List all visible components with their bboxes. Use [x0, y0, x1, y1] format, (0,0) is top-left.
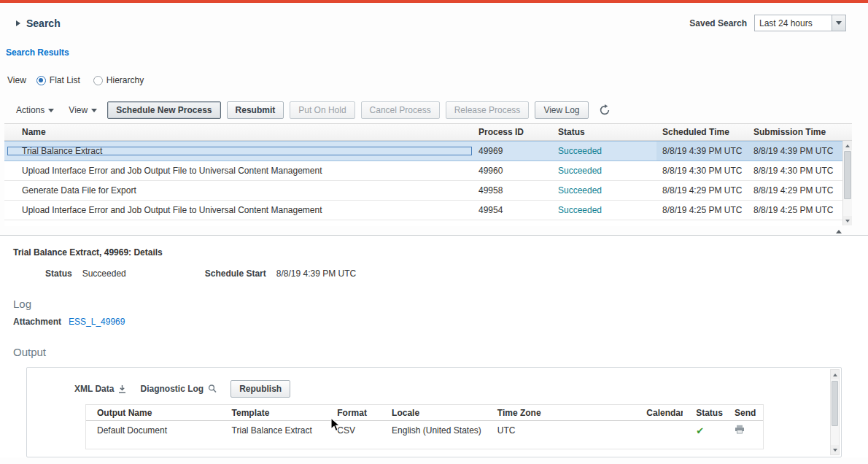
output-col-output-name: Output Name	[86, 408, 221, 418]
chevron-down-icon	[48, 109, 54, 112]
log-section-heading: Log	[13, 298, 868, 310]
republish-button[interactable]: Republish	[230, 380, 290, 398]
output-col-locale: Locale	[381, 408, 487, 418]
saved-search-select[interactable]: Last 24 hours	[754, 15, 846, 31]
cell-process-id: 49954	[474, 205, 553, 215]
details-title: Trial Balance Extract, 49969: Details	[13, 247, 868, 258]
scroll-down-icon	[833, 449, 837, 452]
scrollbar-thumb[interactable]	[844, 151, 851, 199]
column-header-scheduled-time[interactable]: Scheduled Time	[656, 127, 750, 137]
cell-scheduled-time: 8/8/19 4:30 PM UTC	[656, 166, 750, 176]
xml-data-label[interactable]: XML Data	[74, 384, 114, 394]
cell-time-zone: UTC	[487, 425, 636, 436]
column-header-submission-time[interactable]: Submission Time	[750, 127, 852, 137]
resubmit-button[interactable]: Resubmit	[227, 101, 284, 119]
cell-name: Generate Data File for Export	[4, 185, 474, 196]
schedule-start-label: Schedule Start	[205, 268, 266, 279]
search-panel-title: Search	[26, 18, 61, 29]
view-option-flat-list[interactable]: Flat List	[36, 75, 80, 85]
scroll-down-button[interactable]	[831, 445, 839, 455]
output-panel: XML Data Diagnostic Log Republish Output…	[26, 367, 842, 457]
schedule-start-value: 8/8/19 4:39 PM UTC	[276, 268, 356, 279]
scroll-up-icon	[833, 374, 837, 376]
cell-name: Upload Interface Error and Job Output Fi…	[4, 166, 474, 176]
saved-search-value: Last 24 hours	[755, 15, 832, 31]
diagnostic-log-icon[interactable]	[207, 384, 217, 394]
radio-selected-icon	[36, 76, 46, 85]
output-table-filler	[86, 440, 763, 449]
flat-list-label: Flat List	[50, 75, 80, 85]
view-menu[interactable]: View	[64, 102, 101, 118]
column-header-status[interactable]: Status	[553, 127, 656, 137]
expand-arrow-icon	[16, 20, 20, 26]
attachment-link[interactable]: ESS_L_49969	[69, 317, 125, 327]
cell-status: Succeeded	[553, 146, 656, 156]
cancel-process-button[interactable]: Cancel Process	[361, 101, 440, 119]
cell-name: Trial Balance Extract	[4, 146, 474, 156]
table-vertical-scrollbar[interactable]	[842, 141, 852, 225]
view-option-hierarchy[interactable]: Hierarchy	[93, 75, 144, 85]
scroll-down-button[interactable]	[843, 216, 852, 225]
results-toolbar: Actions View Schedule New Process Resubm…	[0, 101, 868, 119]
collapse-details-button[interactable]	[832, 228, 846, 235]
cell-template: Trial Balance Extract	[221, 425, 327, 436]
output-row[interactable]: Default Document Trial Balance Extract C…	[86, 421, 763, 440]
details-panel: Trial Balance Extract, 49969: Details St…	[0, 236, 868, 457]
scroll-up-icon	[845, 144, 850, 147]
hierarchy-label: Hierarchy	[106, 75, 144, 85]
scroll-up-button[interactable]	[831, 370, 839, 379]
cell-output-name: Default Document	[86, 425, 221, 436]
status-label: Status	[45, 268, 72, 279]
actions-menu[interactable]: Actions	[12, 102, 58, 118]
output-col-time-zone: Time Zone	[487, 408, 636, 418]
output-vertical-scrollbar[interactable]	[830, 369, 840, 455]
output-col-status: Status	[683, 408, 723, 418]
put-on-hold-button[interactable]: Put On Hold	[290, 101, 354, 119]
output-col-calendar: Calendar	[635, 408, 683, 418]
scroll-up-button[interactable]	[843, 141, 852, 150]
output-col-send: Send	[723, 408, 763, 418]
scrollbar-thumb[interactable]	[832, 381, 838, 426]
chevron-down-icon	[832, 15, 845, 31]
download-icon[interactable]	[117, 384, 127, 394]
cell-status: Succeeded	[553, 166, 656, 176]
table-filler	[4, 220, 852, 226]
cell-status: Succeeded	[553, 185, 656, 196]
column-header-name[interactable]: Name	[4, 127, 474, 137]
cell-scheduled-time: 8/8/19 4:25 PM UTC	[656, 205, 750, 215]
cell-scheduled-time: 8/8/19 4:39 PM UTC	[656, 142, 750, 161]
cell-scheduled-time: 8/8/19 4:29 PM UTC	[656, 185, 750, 196]
refresh-icon	[599, 104, 611, 116]
cell-name: Upload Interface Error and Job Output Fi…	[4, 205, 474, 215]
table-row[interactable]: Generate Data File for Export 49958 Succ…	[4, 181, 852, 201]
release-process-button[interactable]: Release Process	[446, 101, 530, 119]
saved-search-label: Saved Search	[689, 18, 747, 28]
cell-process-id: 49969	[474, 146, 553, 156]
table-row[interactable]: Upload Interface Error and Job Output Fi…	[4, 201, 852, 220]
diagnostic-log-label[interactable]: Diagnostic Log	[140, 384, 204, 394]
cell-locale: English (United States)	[381, 425, 487, 436]
schedule-new-process-button[interactable]: Schedule New Process	[107, 101, 220, 119]
output-toolbar: XML Data Diagnostic Log Republish	[74, 380, 841, 398]
table-row[interactable]: Trial Balance Extract 49969 Succeeded 8/…	[4, 141, 852, 161]
send-icon[interactable]	[735, 426, 745, 436]
chevron-down-icon	[91, 109, 97, 112]
table-header: Name Process ID Status Scheduled Time Su…	[4, 123, 852, 141]
cell-status: ✔	[683, 425, 723, 436]
output-table-header: Output Name Template Format Locale Time …	[86, 405, 763, 421]
cell-send	[723, 425, 763, 436]
search-header: Search Saved Search Last 24 hours	[0, 3, 868, 31]
search-panel-toggle[interactable]: Search	[16, 18, 61, 29]
panel-splitter[interactable]	[0, 226, 868, 236]
column-header-process-id[interactable]: Process ID	[474, 127, 553, 137]
view-options: View Flat List Hierarchy	[7, 75, 868, 85]
table-row[interactable]: Upload Interface Error and Job Output Fi…	[4, 161, 852, 181]
attachment-label: Attachment	[13, 317, 61, 327]
cell-status: Succeeded	[553, 205, 656, 215]
refresh-button[interactable]	[599, 104, 611, 116]
search-results-link[interactable]: Search Results	[6, 47, 868, 58]
scroll-down-icon	[845, 220, 850, 223]
process-table: Name Process ID Status Scheduled Time Su…	[4, 123, 852, 226]
view-log-button[interactable]: View Log	[535, 101, 588, 119]
output-col-template: Template	[221, 408, 327, 418]
